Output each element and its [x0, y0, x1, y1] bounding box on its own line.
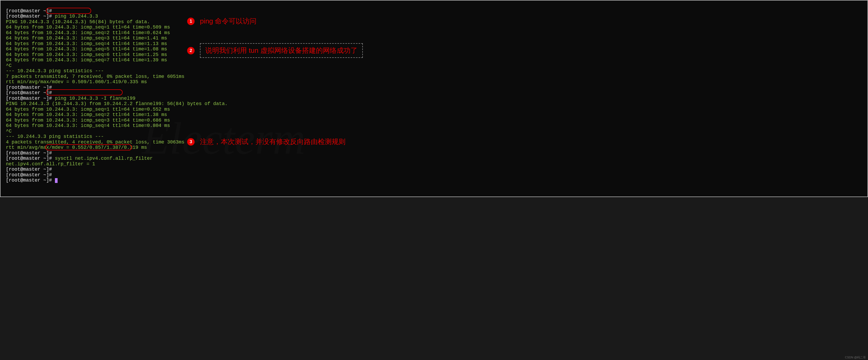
prompt: [root@master ~]# [6, 90, 52, 95]
sysctl-output: net.ipv4.conf.all.rp_filter = 1 [6, 161, 95, 167]
badge-1: 1 [187, 18, 195, 25]
out-line: 64 bytes from 10.244.3.3: icmp_seq=3 ttl… [6, 35, 167, 41]
command-ping2: ping 10.244.3.3 -I flannel99 [55, 96, 135, 101]
stats-line: 7 packets transmitted, 7 received, 0% pa… [6, 74, 184, 79]
annotation-text-2: 说明我们利用 tun 虚拟网络设备搭建的网络成功了 [200, 43, 363, 58]
cursor-icon [55, 178, 58, 183]
stats-line: rtt min/avg/max/mdev = 0.509/1.060/1.419… [6, 79, 147, 85]
out-line: 64 bytes from 10.244.3.3: icmp_seq=2 ttl… [6, 30, 170, 35]
annotation-2: 2 说明我们利用 tun 虚拟网络设备搭建的网络成功了 [187, 43, 363, 58]
ctrl-c: ^C [6, 128, 12, 134]
prompt: [root@master ~]# [6, 178, 52, 183]
prompt: [root@master ~]# [6, 156, 52, 161]
out-line: 64 bytes from 10.244.3.3: icmp_seq=7 ttl… [6, 57, 167, 63]
prompt: [root@master ~]# [6, 85, 52, 90]
terminal-output[interactable]: [root@master ~]# [root@master ~]# ping 1… [6, 3, 862, 188]
out-line: 64 bytes from 10.244.3.3: icmp_seq=5 ttl… [6, 47, 167, 52]
prompt: [root@master ~]# [6, 8, 52, 13]
command-sysctl: sysctl net.ipv4.conf.all.rp_filter [55, 156, 153, 161]
out-ping1-header: PING 10.244.3.3 (10.244.3.3) 56(84) byte… [6, 19, 150, 25]
out-line: 64 bytes from 10.244.3.3: icmp_seq=6 ttl… [6, 52, 167, 57]
badge-3: 3 [187, 138, 195, 146]
prompt: [root@master ~]# [6, 96, 52, 101]
out-line: 64 bytes from 10.244.3.3: icmp_seq=2 ttl… [6, 112, 167, 117]
command-ping1: ping 10.244.3.3 [55, 13, 98, 19]
prompt: [root@master ~]# [6, 167, 52, 172]
footer-credit: CSDN @码二哥 [845, 356, 866, 359]
prompt: [root@master ~]# [6, 13, 52, 19]
annotation-text-1: ping 命令可以访问 [200, 17, 256, 26]
prompt: [root@master ~]# [6, 172, 52, 178]
annotation-text-3: 注意，本次测试，并没有修改反向路由检测规则 [200, 137, 345, 146]
terminal-screenshot: [root@master ~]# [root@master ~]# ping 1… [0, 0, 868, 197]
out-line: 64 bytes from 10.244.3.3: icmp_seq=1 ttl… [6, 107, 170, 112]
stats-sep: --- 10.244.3.3 ping statistics --- [6, 134, 104, 139]
stats-line: 4 packets transmitted, 4 received, 0% pa… [6, 140, 184, 145]
annotation-3: 3 注意，本次测试，并没有修改反向路由检测规则 [187, 137, 345, 146]
badge-2: 2 [187, 47, 195, 54]
stats-sep: --- 10.244.3.3 ping statistics --- [6, 68, 104, 73]
out-line: 64 bytes from 10.244.3.3: icmp_seq=1 ttl… [6, 25, 170, 30]
prompt: [root@master ~]# [6, 150, 52, 156]
ctrl-c: ^C [6, 63, 12, 68]
stats-line: rtt min/avg/max/mdev = 0.552/0.857/1.387… [6, 145, 147, 150]
out-line: 64 bytes from 10.244.3.3: icmp_seq=4 ttl… [6, 123, 170, 128]
out-line: 64 bytes from 10.244.3.3: icmp_seq=3 ttl… [6, 118, 170, 123]
out-ping2-header: PING 10.244.3.3 (10.244.3.3) from 10.244… [6, 101, 228, 107]
out-line: 64 bytes from 10.244.3.3: icmp_seq=4 ttl… [6, 41, 167, 47]
annotation-1: 1 ping 命令可以访问 [187, 17, 256, 26]
